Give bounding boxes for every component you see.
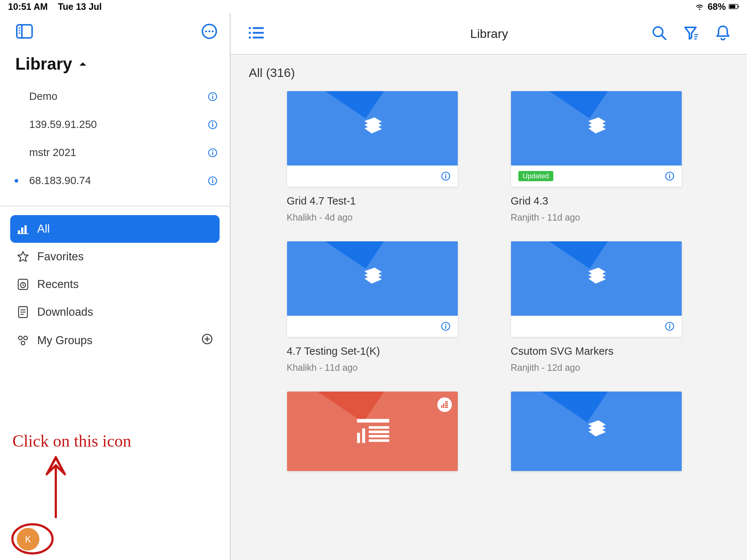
svg-point-59 [445,324,446,325]
nav-mygroups[interactable]: My Groups [10,326,220,355]
svg-point-45 [249,36,251,39]
svg-point-16 [212,122,213,123]
svg-point-53 [445,174,446,175]
card-title: Csutom SVG Markers [511,345,682,357]
svg-rect-24 [18,230,20,233]
svg-point-19 [212,150,213,151]
info-icon[interactable] [208,120,217,129]
info-icon[interactable] [665,322,674,331]
groups-icon [17,334,29,347]
card-sub: Ranjith - 12d ago [511,362,682,373]
card-sub: Khalikh - 11d ago [287,362,458,373]
svg-rect-26 [24,225,27,233]
svg-point-56 [669,174,670,175]
recents-icon [17,278,29,291]
list-view-icon[interactable] [248,26,264,41]
wifi-icon [694,3,705,10]
server-item[interactable]: 139.59.91.250 [0,110,230,139]
info-icon[interactable] [208,176,217,186]
avatar[interactable]: K [17,528,39,551]
svg-rect-60 [445,326,446,329]
sidebar: Library Demo 139.59.91.250 mstr 2021 68.… [0,13,231,560]
nav-label: All [37,222,50,236]
svg-rect-17 [212,124,213,127]
search-icon[interactable] [651,25,667,42]
svg-rect-25 [21,228,23,233]
info-icon[interactable] [441,322,450,331]
svg-point-34 [19,336,22,340]
svg-point-9 [205,30,207,32]
bell-icon[interactable] [716,25,730,42]
add-group-icon[interactable] [201,333,213,348]
status-left: 10:51 AM Tue 13 Jul [8,1,102,12]
dossier-card[interactable] [287,391,458,471]
info-icon[interactable] [208,92,217,101]
more-icon[interactable] [201,23,217,41]
card-title: Grid 4.7 Test-1 [287,195,458,207]
nav-label: Recents [37,278,79,291]
svg-rect-68 [445,405,448,406]
dossier-card[interactable]: Csutom SVG Markers Ranjith - 12d ago [511,241,682,373]
caret-up-icon [79,61,87,66]
svg-rect-44 [253,32,264,34]
svg-point-22 [212,178,213,179]
nav-downloads[interactable]: Downloads [10,298,220,326]
svg-rect-64 [441,405,442,408]
svg-rect-20 [212,152,213,155]
info-icon[interactable] [441,171,450,181]
svg-rect-67 [445,403,448,404]
status-time: 10:51 AM [8,1,48,12]
star-icon [17,250,29,263]
info-icon[interactable] [208,148,217,158]
svg-rect-14 [212,96,213,99]
dossier-card[interactable]: 4.7 Testing Set-1(K) Khalikh - 11d ago [287,241,458,373]
svg-point-11 [212,30,213,32]
collapse-sidebar-icon[interactable] [16,24,33,40]
card-sub: Ranjith - 11d ago [511,212,682,223]
svg-rect-23 [212,180,213,183]
svg-point-36 [21,341,25,345]
main: Library All (316) [231,13,747,560]
avatar-initial: K [25,534,31,545]
battery-percent: 68% [708,1,726,12]
status-right: 68% [694,1,739,12]
server-name: 139.59.91.250 [29,118,97,131]
svg-rect-54 [445,175,446,179]
svg-rect-69 [445,407,448,408]
card-sub: Khalikh - 4d ago [287,212,458,223]
card-grid: Grid 4.7 Test-1 Khalikh - 4d ago Updated [247,91,730,471]
nav-list: All Favorites Recents Downloads [0,206,230,355]
server-item[interactable]: mstr 2021 [0,139,230,167]
nav-all[interactable]: All [10,215,220,243]
server-list: Demo 139.59.91.250 mstr 2021 68.183.90.7… [0,82,230,206]
battery-icon [729,3,739,10]
category-title: All (316) [247,66,730,80]
dossier-type-icon [437,397,452,412]
info-icon[interactable] [665,171,674,181]
server-name: 68.183.90.74 [29,175,91,187]
downloads-icon [17,306,29,318]
svg-line-48 [662,35,666,39]
svg-rect-42 [253,27,264,29]
filter-icon[interactable] [684,25,699,42]
server-item[interactable]: 68.183.90.74 [0,167,230,195]
card-title: Grid 4.3 [511,195,682,207]
svg-point-10 [208,30,210,32]
nav-recents[interactable]: Recents [10,271,220,298]
dossier-card[interactable]: Grid 4.7 Test-1 Khalikh - 4d ago [287,91,458,223]
main-header: Library [231,13,747,55]
all-icon [17,223,29,235]
nav-label: Downloads [37,306,93,319]
dossier-card[interactable]: Updated Grid 4.3 Ranjith - 11d ago [511,91,682,223]
svg-rect-1 [729,5,735,8]
server-name: mstr 2021 [29,147,76,159]
active-dot-icon [15,179,18,183]
server-item[interactable]: Demo [0,82,230,110]
svg-rect-2 [738,5,739,8]
annotation-arrow-icon [43,454,69,520]
svg-rect-46 [253,37,264,39]
dossier-card[interactable] [511,391,682,471]
sidebar-title-row[interactable]: Library [0,45,230,82]
nav-favorites[interactable]: Favorites [10,243,220,271]
main-body: All (316) Grid 4.7 Test-1 Khalikh - 4d a… [231,55,747,560]
